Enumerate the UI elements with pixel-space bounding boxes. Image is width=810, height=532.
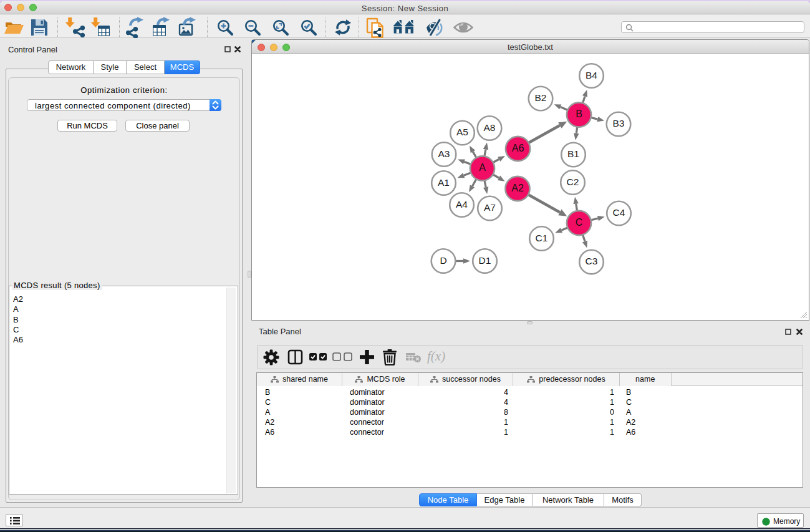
svg-text:A2: A2 xyxy=(511,183,524,193)
svg-text:A: A xyxy=(479,162,486,173)
svg-text:C1: C1 xyxy=(536,233,548,243)
svg-text:B4: B4 xyxy=(586,70,597,80)
svg-text:A4: A4 xyxy=(456,199,468,210)
svg-text:D: D xyxy=(440,255,446,266)
svg-text:B1: B1 xyxy=(567,148,579,159)
svg-text:B3: B3 xyxy=(613,118,625,128)
svg-text:B: B xyxy=(576,109,582,119)
svg-text:B2: B2 xyxy=(535,92,547,103)
svg-text:A6: A6 xyxy=(512,143,524,153)
svg-text:C2: C2 xyxy=(567,177,579,187)
svg-text:C4: C4 xyxy=(613,207,625,218)
svg-text:A3: A3 xyxy=(438,148,450,159)
svg-text:D1: D1 xyxy=(479,255,491,266)
svg-text:C3: C3 xyxy=(586,256,598,266)
svg-text:A1: A1 xyxy=(438,177,450,188)
svg-text:C: C xyxy=(576,217,583,228)
svg-text:A5: A5 xyxy=(456,127,468,137)
svg-text:A8: A8 xyxy=(484,122,496,133)
svg-text:A7: A7 xyxy=(484,202,496,213)
